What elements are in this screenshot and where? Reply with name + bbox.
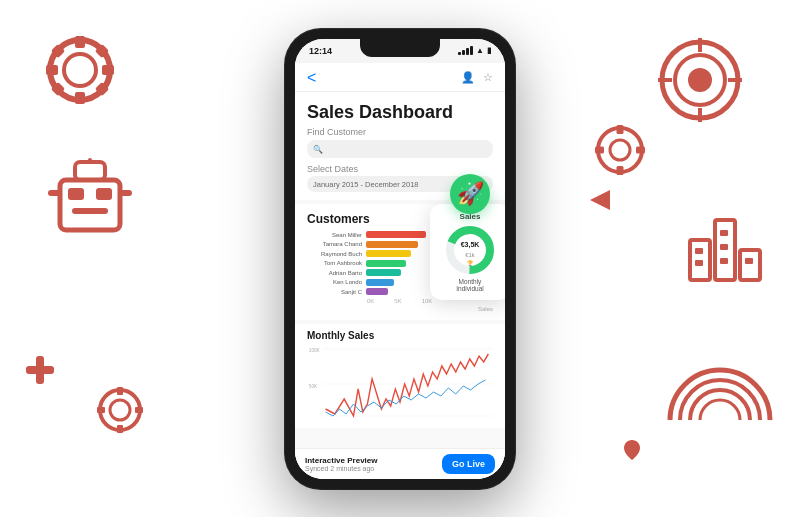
- svg-rect-22: [117, 387, 123, 395]
- svg-rect-4: [102, 65, 114, 75]
- sales-popup: 🚀 Sales €3,5K €1k 🏆: [430, 204, 505, 300]
- app-content: < 👤 ☆ Sales Dashboard Find Customer �: [295, 63, 505, 479]
- sales-donut-chart: €3,5K €1k 🏆: [440, 225, 500, 275]
- customer-name-3: Tom Ashbrook: [307, 260, 362, 266]
- back-button[interactable]: <: [307, 69, 316, 87]
- svg-point-20: [100, 390, 140, 430]
- app-scroll-area: Sales Dashboard Find Customer 🔍 Select D…: [295, 92, 505, 448]
- synced-status: Synced 2 minutes ago: [305, 465, 442, 472]
- svg-rect-24: [135, 407, 143, 413]
- interactive-preview-label: Interactive Preview: [305, 456, 442, 465]
- star-icon[interactable]: ☆: [483, 71, 493, 84]
- svg-rect-6: [95, 44, 109, 58]
- app-header: < 👤 ☆: [295, 63, 505, 92]
- svg-rect-41: [745, 258, 753, 264]
- svg-rect-44: [617, 125, 624, 134]
- phone-notch: [360, 39, 440, 57]
- svg-rect-19: [26, 366, 54, 374]
- customer-name-2: Raymond Buch: [307, 251, 362, 257]
- monthly-line-chart: 100K 50K: [307, 344, 493, 424]
- individual-legend: Individual: [456, 285, 483, 292]
- svg-text:€1k: €1k: [465, 252, 476, 258]
- svg-rect-16: [75, 162, 105, 180]
- svg-point-0: [50, 40, 110, 100]
- svg-rect-8: [95, 82, 109, 96]
- svg-rect-14: [48, 190, 60, 196]
- svg-rect-40: [720, 258, 728, 264]
- customer-bar-1: [366, 241, 418, 248]
- svg-text:50K: 50K: [309, 384, 318, 389]
- customer-name-0: Sean Miller: [307, 232, 362, 238]
- svg-text:100K: 100K: [309, 348, 321, 353]
- customers-section: Customers Sean Miller Tamara Chand: [295, 204, 505, 320]
- svg-rect-10: [60, 180, 120, 230]
- page-title: Sales Dashboard: [307, 102, 493, 124]
- svg-rect-36: [695, 248, 703, 254]
- svg-text:€3,5K: €3,5K: [461, 241, 480, 249]
- svg-rect-37: [695, 260, 703, 266]
- svg-rect-7: [51, 44, 65, 58]
- header-actions: 👤 ☆: [461, 71, 493, 84]
- svg-point-21: [110, 400, 130, 420]
- status-icons: ▲ ▮: [458, 46, 491, 55]
- svg-point-42: [598, 128, 642, 172]
- find-customer-label: Find Customer: [307, 127, 493, 137]
- status-time: 12:14: [309, 46, 332, 56]
- customer-name-6: Sanjit C: [307, 289, 362, 295]
- svg-rect-35: [740, 250, 760, 280]
- svg-rect-38: [720, 230, 728, 236]
- monthly-legend: Monthly: [459, 278, 482, 285]
- search-icon: 🔍: [313, 145, 323, 154]
- svg-rect-17: [88, 158, 92, 164]
- phone-screen: 12:14 ▲ ▮ <: [295, 39, 505, 479]
- chart-x-title: Sales: [307, 306, 493, 312]
- svg-rect-46: [636, 147, 645, 154]
- svg-rect-33: [690, 240, 710, 280]
- svg-rect-23: [117, 425, 123, 433]
- svg-point-26: [662, 42, 738, 118]
- x-label-1: 5K: [394, 298, 401, 304]
- go-live-button[interactable]: Go Live: [442, 454, 495, 474]
- svg-rect-15: [120, 190, 132, 196]
- bottom-bar: Interactive Preview Synced 2 minutes ago…: [295, 448, 505, 479]
- svg-rect-39: [720, 244, 728, 250]
- x-label-0: 0K: [367, 298, 374, 304]
- monthly-chart-container: 100K 50K: [307, 344, 493, 424]
- svg-rect-11: [68, 188, 84, 200]
- customer-name-4: Adrian Barto: [307, 270, 362, 276]
- svg-text:🏆: 🏆: [467, 260, 474, 267]
- battery-icon: ▮: [487, 46, 491, 55]
- svg-rect-2: [75, 36, 85, 48]
- customer-name-5: Ken Londo: [307, 279, 362, 285]
- sales-legend: Monthly Individual: [440, 278, 500, 292]
- rocket-badge: 🚀: [450, 174, 490, 214]
- wifi-icon: ▲: [476, 46, 484, 55]
- customer-bar-6: [366, 288, 388, 295]
- customer-name-1: Tamara Chand: [307, 241, 362, 247]
- customer-bar-5: [366, 279, 394, 286]
- bottom-bar-info: Interactive Preview Synced 2 minutes ago: [305, 456, 442, 472]
- phone-mockup: 12:14 ▲ ▮ <: [285, 29, 515, 489]
- svg-rect-18: [36, 356, 44, 384]
- svg-rect-13: [72, 208, 108, 214]
- svg-point-43: [610, 140, 630, 160]
- svg-rect-5: [46, 65, 58, 75]
- svg-rect-47: [595, 147, 604, 154]
- monthly-sales-section: Monthly Sales 100K 50K: [295, 324, 505, 428]
- phone-body: 12:14 ▲ ▮ <: [285, 29, 515, 489]
- svg-rect-25: [97, 407, 105, 413]
- x-label-2: 10K: [422, 298, 433, 304]
- svg-point-27: [675, 55, 725, 105]
- find-customer-input[interactable]: 🔍: [307, 140, 493, 158]
- customer-bar-2: [366, 250, 411, 257]
- person-icon[interactable]: 👤: [461, 71, 475, 84]
- monthly-sales-title: Monthly Sales: [307, 330, 493, 341]
- svg-rect-45: [617, 166, 624, 175]
- svg-point-28: [688, 68, 712, 92]
- svg-rect-34: [715, 220, 735, 280]
- svg-rect-12: [96, 188, 112, 200]
- customer-bar-0: [366, 231, 426, 238]
- svg-rect-3: [75, 92, 85, 104]
- customer-bar-4: [366, 269, 401, 276]
- date-range-value: January 2015 - December 2018: [313, 180, 418, 189]
